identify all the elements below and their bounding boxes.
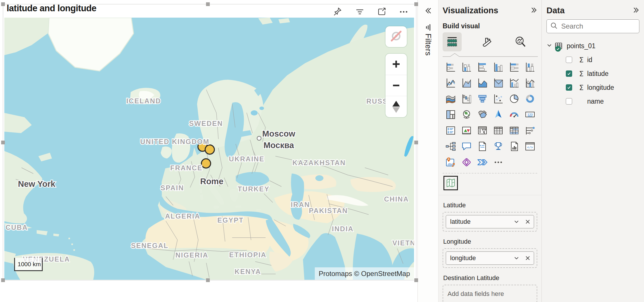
paginated-report-icon[interactable] (506, 138, 522, 154)
field-checkbox[interactable] (566, 98, 572, 105)
report-canvas[interactable]: latitude and longitude (0, 0, 418, 302)
button-slicer-icon[interactable] (522, 122, 538, 138)
100-stacked-column-chart-icon[interactable] (522, 59, 538, 75)
qa-icon[interactable] (458, 138, 474, 154)
line-clustered-column-chart-icon[interactable] (522, 75, 538, 91)
funnel-chart-icon[interactable] (474, 91, 490, 107)
resize-handle-top-center[interactable] (206, 2, 210, 6)
stacked-bar-chart-icon[interactable] (443, 59, 458, 75)
field-row-id[interactable]: Σid (546, 53, 639, 67)
tab-analytics[interactable] (511, 32, 530, 51)
map-canvas[interactable]: ICELANDSWEDENUNITED KINGDOMRUSSUKRAINEKA… (4, 18, 414, 280)
collapse-visualizations-icon[interactable] (530, 7, 537, 15)
focus-mode-icon[interactable] (377, 7, 387, 16)
chevron-down-icon[interactable] (514, 219, 519, 225)
clustered-bar-chart-icon[interactable] (474, 59, 490, 75)
search-input[interactable]: Search (546, 19, 639, 33)
protomaps-map-icon[interactable] (443, 176, 458, 190)
map-visual-container[interactable]: latitude and longitude (3, 4, 416, 280)
line-chart-icon[interactable] (443, 75, 458, 91)
stacked-column-chart-icon[interactable] (458, 59, 474, 75)
resize-handle-middle-left[interactable] (1, 141, 5, 144)
code-visual-icon[interactable]: </> (522, 138, 538, 154)
pitch-up-icon[interactable] (392, 101, 400, 107)
donut-chart-icon[interactable] (522, 91, 538, 107)
clustered-column-chart-icon[interactable] (490, 59, 506, 75)
resize-handle-bottom-right[interactable] (414, 278, 418, 282)
scatter-chart-icon[interactable] (490, 91, 506, 107)
tab-build-visual[interactable] (443, 32, 462, 51)
pie-chart-icon[interactable] (506, 91, 522, 107)
power-automate-icon[interactable] (474, 154, 490, 170)
compass-disabled-button[interactable] (385, 26, 407, 47)
map-data-point[interactable] (205, 145, 214, 154)
decomposition-tree-icon[interactable] (443, 138, 458, 154)
field-row-latitude[interactable]: Σlatitude (546, 67, 639, 81)
arcgis-map-icon[interactable] (443, 154, 458, 170)
more-options-icon[interactable] (490, 154, 506, 170)
field-well[interactable]: Add data fields here (443, 285, 537, 302)
metrics-icon[interactable] (490, 138, 506, 154)
multi-row-card-icon[interactable] (443, 122, 458, 138)
table-icon[interactable] (490, 122, 506, 138)
field-well[interactable]: latitude (443, 212, 537, 232)
field-pill[interactable]: longitude (446, 251, 534, 265)
field-checkbox[interactable] (566, 57, 572, 63)
zoom-in-button[interactable] (385, 54, 407, 75)
visual-gallery: 123</> (443, 59, 538, 170)
power-apps-icon[interactable] (458, 154, 474, 170)
map-data-point[interactable] (201, 159, 211, 168)
stacked-area-chart-icon[interactable] (474, 75, 490, 91)
zoom-out-button[interactable] (385, 75, 407, 96)
resize-handle-top-right[interactable] (414, 2, 418, 6)
treemap-icon[interactable] (443, 107, 458, 122)
pin-icon[interactable] (333, 7, 343, 16)
waterfall-chart-icon[interactable] (458, 91, 474, 107)
azure-map-icon[interactable] (490, 107, 506, 122)
line-stacked-column-chart-icon[interactable] (506, 75, 522, 91)
field-row-longitude[interactable]: Σlongitude (546, 81, 639, 94)
collapse-data-icon[interactable] (632, 7, 639, 15)
slicer-icon[interactable] (474, 122, 490, 138)
area-chart-icon[interactable] (458, 75, 474, 91)
resize-handle-middle-right[interactable] (414, 141, 418, 144)
gauge-icon[interactable] (506, 107, 522, 122)
map-country-label: FRANCE (170, 164, 203, 172)
resize-handle-bottom-center[interactable] (206, 278, 210, 282)
field-pill[interactable]: latitude (446, 215, 534, 228)
svg-text:123: 123 (527, 113, 532, 116)
kpi-icon[interactable] (458, 122, 474, 138)
more-options-icon[interactable] (399, 7, 409, 16)
filters-pane-title: Filters (424, 33, 433, 56)
field-well[interactable]: longitude (443, 248, 537, 268)
100-stacked-bar-chart-icon[interactable] (506, 59, 522, 75)
ribbon-chart-icon[interactable] (443, 91, 458, 107)
map-icon[interactable] (458, 107, 474, 122)
pitch-control[interactable] (385, 96, 407, 117)
field-checkbox[interactable] (566, 84, 572, 91)
remove-field-icon[interactable] (525, 219, 530, 224)
field-row-name[interactable]: name (546, 94, 639, 108)
field-checkbox[interactable] (566, 70, 572, 77)
resize-handle-bottom-left[interactable] (1, 278, 5, 282)
pitch-down-icon[interactable] (392, 107, 400, 113)
visualizations-pane-title: Visualizations (443, 6, 498, 15)
filter-icon[interactable] (355, 7, 365, 16)
matrix-icon[interactable] (506, 122, 522, 138)
filled-map-icon[interactable] (474, 107, 490, 122)
map-country-label: ICELAND (126, 97, 161, 105)
map-svg[interactable]: ICELANDSWEDENUNITED KINGDOMRUSSUKRAINEKA… (4, 18, 414, 280)
resize-handle-top-left[interactable] (1, 2, 5, 6)
table-row-points01[interactable]: points_01 (546, 42, 639, 50)
map-city-label: Rome (200, 177, 224, 186)
tab-format-visual[interactable] (477, 32, 496, 51)
chevron-down-icon[interactable] (514, 255, 519, 261)
card-icon[interactable]: 123 (522, 107, 538, 122)
chevron-down-icon[interactable] (546, 42, 552, 49)
100-stacked-area-chart-icon[interactable] (490, 75, 506, 91)
remove-field-icon[interactable] (525, 256, 530, 261)
city-marker (257, 136, 261, 140)
expand-filters-icon[interactable] (424, 7, 432, 16)
filters-pane-collapsed[interactable]: Filters (418, 0, 439, 302)
smart-narrative-icon[interactable] (474, 138, 490, 154)
